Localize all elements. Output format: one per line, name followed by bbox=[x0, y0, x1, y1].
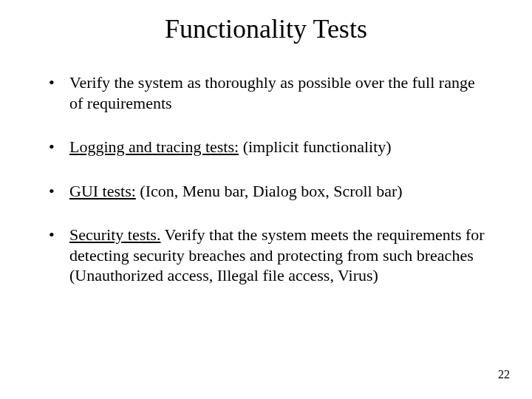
bullet-lead: Logging and tracing tests: bbox=[69, 137, 239, 156]
bullet-item: Logging and tracing tests: (implicit fun… bbox=[49, 137, 492, 157]
bullet-text: (Icon, Menu bar, Dialog box, Scroll bar) bbox=[136, 182, 403, 200]
bullet-item: Verify the system as thoroughly as possi… bbox=[49, 72, 492, 113]
bullet-text: (implicit functionality) bbox=[239, 137, 392, 156]
bullet-lead: Security tests. bbox=[69, 225, 160, 244]
bullet-item: Security tests. Verify that the system m… bbox=[49, 225, 492, 286]
bullet-item: GUI tests: (Icon, Menu bar, Dialog box, … bbox=[49, 181, 492, 202]
slide-title: Functionality Tests bbox=[0, 0, 532, 44]
slide: Functionality Tests Verify the system as… bbox=[0, 0, 532, 399]
bullet-list: Verify the system as thoroughly as possi… bbox=[0, 72, 532, 286]
bullet-lead: GUI tests: bbox=[69, 182, 136, 200]
page-number: 22 bbox=[498, 368, 510, 381]
bullet-text: Verify the system as thoroughly as possi… bbox=[69, 73, 475, 112]
